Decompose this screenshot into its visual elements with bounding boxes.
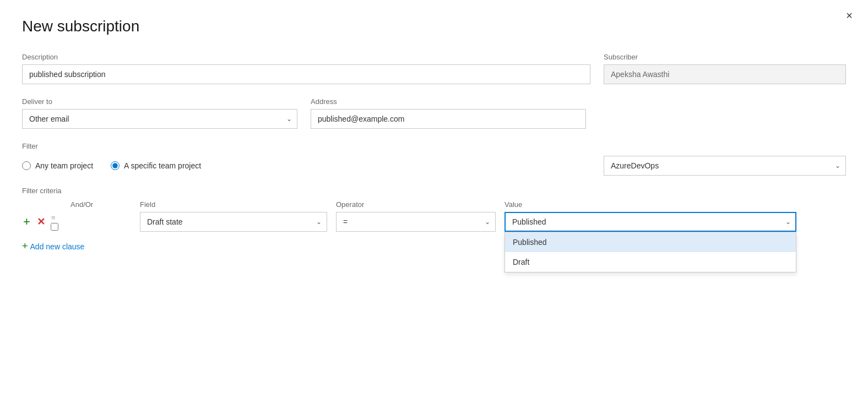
any-project-radio-item[interactable]: Any team project bbox=[22, 161, 93, 170]
description-label: Description bbox=[22, 53, 590, 61]
operator-select-wrapper: = ⌄ bbox=[336, 212, 496, 232]
andor-col-header: And/Or bbox=[70, 200, 131, 209]
add-clause-plus-icon: + bbox=[22, 241, 28, 252]
add-criteria-button[interactable]: + bbox=[22, 215, 31, 229]
any-project-label: Any team project bbox=[35, 161, 93, 170]
project-select-wrapper: AzureDevOps ⌄ bbox=[604, 156, 846, 176]
specific-project-radio[interactable] bbox=[111, 161, 120, 170]
close-button[interactable]: × bbox=[846, 10, 853, 21]
value-col-header: Value bbox=[504, 200, 522, 209]
checkbox-wrapper bbox=[51, 223, 58, 231]
filter-row: Any team project A specific team project… bbox=[22, 156, 846, 176]
value-dropdown: Published Draft bbox=[504, 232, 796, 272]
field-select[interactable]: Draft state bbox=[140, 212, 327, 232]
project-select[interactable]: AzureDevOps bbox=[604, 156, 846, 176]
value-select[interactable]: Published bbox=[504, 212, 796, 232]
add-clause-button[interactable]: + Add new clause bbox=[22, 238, 84, 254]
criteria-row: + ✕ ≡ Draft state ⌄ bbox=[22, 212, 846, 232]
subscriber-input bbox=[604, 64, 846, 84]
indent-icon: ≡ bbox=[51, 214, 56, 222]
filter-criteria-label: Filter criteria bbox=[22, 187, 846, 195]
field-col-header: Field bbox=[140, 200, 327, 209]
deliver-label: Deliver to bbox=[22, 97, 297, 106]
deliver-select[interactable]: Other email bbox=[22, 109, 297, 129]
filter-radio-group: Any team project A specific team project bbox=[22, 161, 201, 170]
criteria-actions: + ✕ ≡ bbox=[22, 214, 66, 231]
specific-project-label: A specific team project bbox=[124, 161, 201, 170]
description-input[interactable] bbox=[22, 64, 590, 84]
new-subscription-dialog: × New subscription Description Subscribe… bbox=[0, 0, 868, 393]
operator-select[interactable]: = bbox=[336, 212, 496, 232]
address-group: Address bbox=[311, 97, 586, 129]
deliver-select-wrapper: Other email ⌄ bbox=[22, 109, 297, 129]
criteria-checkbox[interactable] bbox=[51, 223, 58, 231]
filter-label: Filter bbox=[22, 142, 846, 150]
specific-project-radio-item[interactable]: A specific team project bbox=[111, 161, 201, 170]
address-input[interactable] bbox=[311, 109, 586, 129]
value-select-wrapper: Published ⌄ Published Draft bbox=[504, 212, 796, 232]
any-project-radio[interactable] bbox=[22, 161, 31, 170]
filter-criteria-section: Filter criteria And/Or Field Operator Va… bbox=[22, 187, 846, 254]
deliver-group: Deliver to Other email ⌄ bbox=[22, 97, 297, 129]
address-label: Address bbox=[311, 97, 586, 106]
remove-criteria-button[interactable]: ✕ bbox=[36, 216, 46, 228]
criteria-header: And/Or Field Operator Value bbox=[22, 200, 846, 209]
add-clause-label: Add new clause bbox=[30, 242, 85, 251]
subscriber-group: Subscriber bbox=[604, 53, 846, 84]
deliver-address-row: Deliver to Other email ⌄ Address bbox=[22, 97, 846, 129]
description-group: Description bbox=[22, 53, 590, 84]
description-subscriber-row: Description Subscriber bbox=[22, 53, 846, 84]
dialog-title: New subscription bbox=[22, 18, 846, 35]
subscriber-label: Subscriber bbox=[604, 53, 846, 61]
filter-section: Filter Any team project A specific team … bbox=[22, 142, 846, 176]
field-select-wrapper: Draft state ⌄ bbox=[140, 212, 327, 232]
operator-col-header: Operator bbox=[336, 200, 496, 209]
dropdown-option-draft[interactable]: Draft bbox=[505, 252, 796, 272]
dropdown-option-published[interactable]: Published bbox=[505, 232, 796, 252]
